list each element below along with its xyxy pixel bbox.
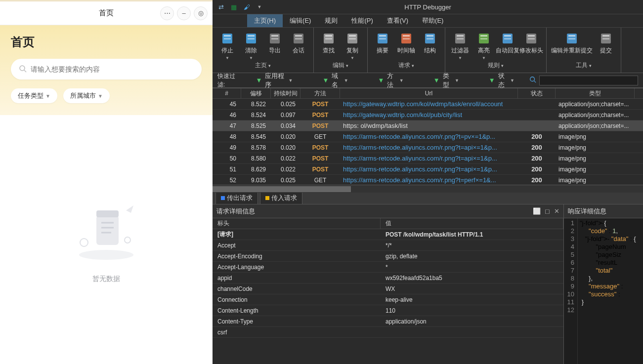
session-icon [292,32,305,45]
col-duration[interactable]: 持续时间 [271,88,300,98]
table-row[interactable]: 48 8.545 0.020 GET https://arms-retcode.… [213,131,643,142]
quick-filter-bar: 快速过滤: ▼应用程序▼▼域名▼▼方法▼▼类型▼▼状态▼ [213,73,643,88]
grid-scrollbar[interactable] [213,185,643,193]
ribbon-export[interactable]: 导出 [263,30,287,54]
quick-filter-domain[interactable]: ▼域名▼ [322,72,348,89]
svg-rect-20 [295,35,302,37]
table-row[interactable]: 46 8.524 0.097 POST https://gateway.wdtr… [213,110,643,121]
table-row[interactable]: 51 8.629 0.022 POST https://arms-retcode… [213,164,643,175]
svg-point-55 [530,77,535,81]
table-row[interactable]: 52 9.035 0.025 GET https://arms-retcode.… [213,175,643,185]
table-row[interactable]: 49 8.578 0.020 POST https://arms-retcode… [213,142,643,153]
copy-icon [345,32,359,45]
header-row[interactable]: Accept*/* [213,240,563,251]
header-row[interactable]: [请求]POST /kol/wdmp/task/list HTTP/1.1 [213,229,563,240]
filter-task-type[interactable]: 任务类型 ▼ [11,88,57,103]
search-box[interactable] [11,59,202,80]
close-icon[interactable]: ✕ [554,207,559,215]
filter-city[interactable]: 所属城市 ▼ [63,88,110,103]
col-offset[interactable]: 偏移 [241,88,271,98]
table-row[interactable]: 47 8.525 0.034 POST https: ol/wdmp/task/… [213,121,643,131]
ribbon-highlight[interactable]: 高亮▼ [472,30,496,60]
ribbon-clear[interactable]: 清除▼ [239,30,263,60]
ribbon-group: 过滤器▼高亮▼自动回复修改标头规则 ▾ [445,28,547,73]
menu-rules[interactable]: 规则 [318,14,344,27]
menu-edit[interactable]: 编辑(E) [283,14,318,27]
table-row[interactable]: 45 8.522 0.025 POST https://gateway.wdtr… [213,99,643,110]
header-row[interactable]: Connectionkeep-alive [213,294,563,305]
search-icon[interactable] [529,76,536,84]
grid-search-input[interactable] [539,76,638,85]
svg-rect-54 [602,38,609,40]
col-type[interactable]: 类型 [556,88,635,98]
tab-incoming[interactable]: 传入请求 [260,192,302,204]
col-status[interactable]: 状态 [518,88,556,98]
ribbon-timeline[interactable]: 时间轴 [394,30,418,54]
svg-rect-53 [602,35,609,37]
svg-rect-26 [349,35,356,37]
json-body[interactable]: "j-fold">-{ "code" : 1, "j-fold">- "data… [578,218,643,364]
header-row[interactable]: Accept-Encodinggzip, deflate [213,251,563,262]
menu-help[interactable]: 帮助(E) [415,14,450,27]
ribbon-find[interactable]: 查找 [317,30,341,54]
svg-rect-32 [403,35,410,37]
kv-col-header[interactable]: 标头 [213,218,381,229]
ribbon-session[interactable]: 会话 [287,30,310,54]
more-button[interactable]: ⋯ [160,6,174,20]
find-icon [322,32,336,45]
svg-point-0 [20,66,25,71]
submit-icon [599,32,613,45]
header-row[interactable]: csrf [213,327,563,338]
quick-filter-method[interactable]: ▼方法▼ [378,72,404,89]
pin2-icon[interactable]: ◻ [545,207,550,215]
ribbon-group: 查找复制▼编辑 ▾ [314,28,368,73]
col-url[interactable]: Url [340,88,518,98]
menu-home[interactable]: 主页(H) [247,14,283,27]
ribbon-submit[interactable]: 提交 [594,30,618,54]
minimize-button[interactable]: – [177,6,191,20]
svg-rect-21 [295,38,302,40]
empty-state: 暂无数据 [0,115,213,364]
svg-rect-27 [349,38,356,40]
ribbon-summary[interactable]: 摘要 [371,30,394,54]
pin-icon[interactable]: ⬜ [533,207,541,215]
tab-outgoing[interactable]: 传出请求 [215,192,258,204]
ribbon-filter[interactable]: 过滤器▼ [448,30,472,60]
menu-view[interactable]: 查看(V) [380,14,415,27]
ribbon-autoreply[interactable]: 自动回复 [496,30,519,54]
header-row[interactable]: Content-Length110 [213,305,563,316]
request-tabs: 传出请求 传入请求 [213,193,643,204]
header-row[interactable]: Accept-Language* [213,262,563,273]
ribbon-modheader[interactable]: 修改标头 [519,30,543,54]
menu-perf[interactable]: 性能(P) [344,14,380,27]
col-method[interactable]: 方法 [300,88,340,98]
excel-icon[interactable]: ▦ [229,2,238,11]
col-num[interactable]: # [213,88,241,98]
left-app-window: 首页 ⋯ – ◎ 首页 任务类型 ▼ 所属城市 [0,0,213,364]
stop-icon [220,32,234,45]
table-row[interactable]: 50 8.580 0.022 POST https://arms-retcode… [213,153,643,164]
ribbon-structure[interactable]: 结构 [418,30,442,54]
svg-rect-38 [457,35,464,37]
dropdown-icon[interactable]: ▼ [255,2,264,11]
back-forward-icon[interactable]: ⇄ [216,2,225,11]
brush-icon[interactable]: 🖌 [242,2,251,11]
target-button[interactable]: ◎ [194,6,208,20]
funnel-icon: ▼ [378,77,385,84]
response-detail-title: 响应详细信息 [568,207,606,216]
quick-filter-type[interactable]: ▼类型▼ [433,72,459,89]
svg-rect-50 [568,35,575,37]
page-heading: 首页 [11,34,202,50]
header-row[interactable]: appidwx592feaafd52a1ba5 [213,273,563,283]
ribbon-copy[interactable]: 复制▼ [341,30,364,60]
quick-filter-status[interactable]: ▼状态▼ [489,72,514,89]
search-input[interactable] [31,65,194,73]
json-gutter: 123456789101112 [564,218,578,364]
svg-rect-35 [427,35,433,37]
kv-col-value[interactable]: 值 [381,218,563,229]
header-row[interactable]: channelCodeWX [213,283,563,294]
quick-filter-app[interactable]: ▼应用程序▼ [256,72,293,89]
ribbon-stop[interactable]: 停止▼ [215,30,239,60]
header-row[interactable]: Content-Typeapplication/json [213,316,563,327]
ribbon-editresubmit[interactable]: 编辑并重新提交 [550,30,594,54]
